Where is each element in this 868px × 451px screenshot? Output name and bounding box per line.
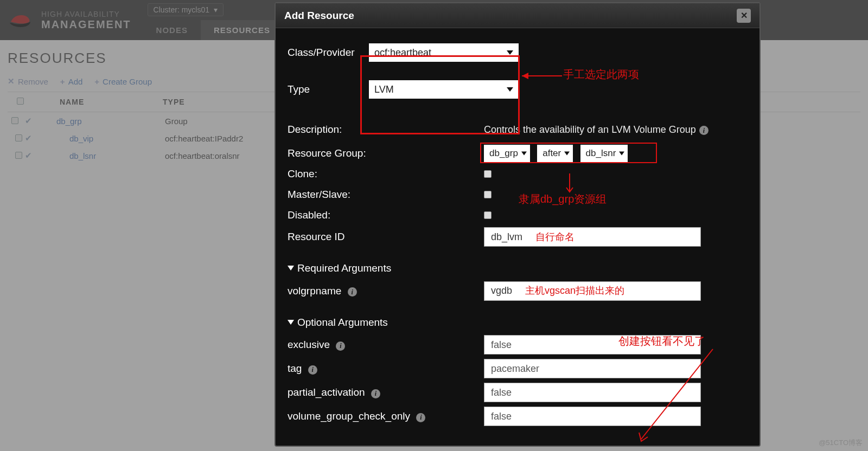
remove-button[interactable]: ✕Remove [8,76,48,86]
close-icon: ✕ [741,10,748,21]
chevron-down-icon [507,87,513,92]
cluster-selector[interactable]: Cluster: mycls01 ▾ [148,3,224,16]
partial-activation-input[interactable]: false [484,383,701,402]
resource-group-select[interactable]: db_grp [484,145,530,162]
label-class-provider: Class/Provider [288,46,369,60]
row-checkbox[interactable] [11,117,18,124]
label-resource-group: Resource Group: [288,146,484,160]
resource-name[interactable]: db_grp [35,117,165,126]
modal-title: Add Resource [284,10,354,22]
resource-group-ref-select[interactable]: db_lsnr [580,145,628,162]
info-icon[interactable]: i [371,389,380,398]
modal-header: Add Resource ✕ [276,3,760,28]
label-description: Description: [288,123,484,137]
create-group-button[interactable]: +Create Group [94,77,152,86]
type-value: LVM [374,83,394,96]
resource-group-ref-value: db_lsnr [586,147,616,160]
status-ok-icon: ✔ [22,151,35,160]
add-label: Add [68,77,83,86]
class-provider-select[interactable]: ocf:heartbeat [369,43,519,62]
cluster-name: mycls01 [182,5,209,14]
optional-args-label: Optional Arguments [297,315,388,330]
resource-id-input[interactable]: db_lvm 自行命名 [484,227,701,247]
add-resource-modal: Add Resource ✕ Class/Provider ocf:heartb… [275,2,761,447]
label-volume-group-check-only: volume_group_check_only i [288,409,484,423]
add-button[interactable]: +Add [60,77,82,86]
label-partial-activation: partial_activation i [288,385,484,400]
clone-checkbox[interactable] [484,170,492,178]
partial-activation-value: false [491,386,512,399]
description-text: Controls the availability of an LVM Volu… [484,123,709,136]
label-resource-id: Resource ID [288,230,484,244]
brand-area: HIGH AVAILABILITY MANAGEMENT [0,0,143,40]
volume-group-check-only-value: false [491,410,512,423]
class-provider-value: ocf:heartbeat [374,46,431,59]
info-icon[interactable]: i [308,365,317,375]
chevron-down-icon [619,152,624,156]
watermark: @51CTO博客 [819,438,863,448]
volume-group-check-only-input[interactable]: false [484,407,701,426]
chevron-down-icon [521,152,527,156]
tab-nodes[interactable]: NODES [143,20,201,40]
chevron-down-icon [564,152,570,156]
exclusive-value: false [491,338,512,351]
info-icon[interactable]: i [336,342,345,351]
chevron-down-icon [507,50,513,55]
remove-label: Remove [18,77,48,86]
create-group-label: Create Group [103,77,152,86]
resource-group-position-select[interactable]: after [537,145,573,162]
brand-line-1: HIGH AVAILABILITY [41,10,131,18]
exclusive-input[interactable]: false [484,335,701,355]
status-ok-icon: ✔ [22,116,35,126]
tab-resources[interactable]: RESOURCES [201,20,283,40]
label-type: Type [288,82,369,96]
annotation-text: 主机vgscan扫描出来的 [525,284,624,297]
master-slave-checkbox[interactable] [484,191,492,198]
label-volgrpname: volgrpname i [288,284,484,298]
disabled-checkbox[interactable] [484,211,492,219]
resource-group-value: db_grp [489,147,518,160]
resource-group-position-value: after [542,147,561,160]
label-clone: Clone: [288,167,484,181]
resource-id-value: db_lvm [491,230,522,243]
required-args-header[interactable]: Required Arguments [288,261,748,275]
col-name: NAME [33,98,163,106]
cluster-prefix: Cluster: [154,5,180,14]
type-select[interactable]: LVM [369,80,519,99]
required-args-label: Required Arguments [297,261,391,275]
volgrpname-value: vgdb [491,284,512,297]
plus-icon: + [60,77,65,86]
info-icon[interactable]: i [699,126,709,135]
optional-args-header[interactable]: Optional Arguments [288,315,748,330]
annotation-text: 自行命名 [535,230,575,243]
select-all-checkbox[interactable] [17,98,24,105]
resource-name[interactable]: db_vip [35,134,165,143]
chevron-down-icon: ▾ [214,5,218,14]
chevron-down-icon [288,266,294,270]
info-icon[interactable]: i [416,413,425,422]
label-disabled: Disabled: [288,208,484,222]
label-tag: tag i [288,362,484,376]
resource-name[interactable]: db_lsnr [35,151,165,160]
info-icon[interactable]: i [348,287,357,297]
redhat-logo-icon [8,12,31,28]
tag-value: pacemaker [491,362,539,375]
label-exclusive: exclusive i [288,338,484,352]
status-ok-icon: ✔ [22,133,35,143]
x-icon: ✕ [8,76,15,86]
close-button[interactable]: ✕ [737,9,751,23]
tag-input[interactable]: pacemaker [484,359,701,378]
plus-icon: + [94,77,99,86]
label-master-slave: Master/Slave: [288,188,484,202]
volgrpname-input[interactable]: vgdb 主机vgscan扫描出来的 [484,281,701,301]
chevron-down-icon [288,320,294,325]
brand-line-2: MANAGEMENT [41,18,131,31]
